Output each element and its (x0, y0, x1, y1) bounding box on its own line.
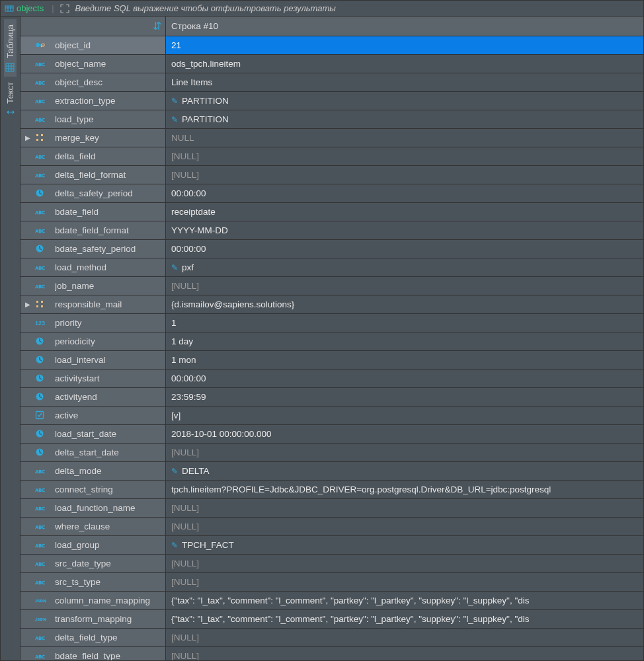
field-row-load_method[interactable]: ᴀʙᴄload_method✎pxf (20, 258, 643, 277)
field-row-extraction_type[interactable]: ᴀʙᴄextraction_type✎PARTITION (20, 92, 643, 110)
field-value-cell[interactable]: 1 mon (166, 351, 643, 369)
field-row-priority[interactable]: 123priority1 (20, 314, 643, 332)
field-value-cell[interactable]: [NULL] (166, 166, 643, 184)
field-row-object_name[interactable]: ᴀʙᴄobject_nameods_tpch.lineitem (20, 55, 643, 73)
field-value-cell[interactable]: [NULL] (166, 499, 643, 517)
field-value-cell[interactable]: receiptdate (166, 203, 643, 221)
field-name-cell[interactable]: activityend (20, 388, 166, 406)
field-row-load_function_name[interactable]: ᴀʙᴄload_function_name[NULL] (20, 499, 643, 518)
field-name-cell[interactable]: activitystart (20, 369, 166, 387)
field-name-cell[interactable]: ᴀʙᴄextraction_type (20, 92, 166, 110)
field-row-delta_start_date[interactable]: delta_start_date[NULL] (20, 444, 643, 462)
edit-link-icon[interactable]: ✎ (171, 263, 178, 272)
field-name-cell[interactable]: ᴀʙᴄload_type (20, 110, 166, 128)
field-name-cell[interactable]: periodicity (20, 332, 166, 350)
field-value-cell[interactable]: [NULL] (166, 147, 643, 165)
field-row-object_desc[interactable]: ᴀʙᴄobject_descLine Items (20, 73, 643, 92)
field-name-cell[interactable]: ᴀʙᴄdelta_mode (20, 462, 166, 480)
field-name-cell[interactable]: ▶responsible_mail (20, 295, 166, 313)
field-value-cell[interactable]: ✎PARTITION (166, 92, 643, 110)
field-row-src_ts_type[interactable]: ᴀʙᴄsrc_ts_type[NULL] (20, 573, 643, 592)
edit-link-icon[interactable]: ✎ (171, 467, 178, 476)
edit-link-icon[interactable]: ✎ (171, 115, 178, 124)
field-value-cell[interactable]: 23:59:59 (166, 388, 643, 406)
field-row-src_date_type[interactable]: ᴀʙᴄsrc_date_type[NULL] (20, 555, 643, 573)
field-value-cell[interactable]: NULL (166, 129, 643, 147)
field-value-cell[interactable]: [NULL] (166, 444, 643, 461)
field-row-bdate_field_format[interactable]: ᴀʙᴄbdate_field_formatYYYY-MM-DD (20, 221, 643, 240)
record-label[interactable]: Строка #10 (166, 17, 643, 36)
field-name-cell[interactable]: ᴀʙᴄbdate_field_type (20, 647, 166, 660)
field-name-cell[interactable]: ᴀʙᴄbdate_field_format (20, 221, 166, 239)
field-row-responsible_mail[interactable]: ▶responsible_mail{d.ismailov@sapiens.sol… (20, 295, 643, 314)
edit-link-icon[interactable]: ✎ (171, 97, 178, 106)
field-row-load_start_date[interactable]: load_start_date2018-10-01 00:00:00.000 (20, 425, 643, 444)
field-value-cell[interactable]: ✎pxf (166, 258, 643, 276)
field-name-cell[interactable]: ᴀʙᴄdelta_field_type (20, 629, 166, 646)
field-name-cell[interactable]: ᴊsᴏɴtransform_mapping (20, 610, 166, 628)
field-name-cell[interactable]: ᴀʙᴄdelta_field (20, 147, 166, 165)
field-value-cell[interactable]: 21 (166, 36, 643, 54)
field-value-cell[interactable]: ods_tpch.lineitem (166, 55, 643, 73)
field-name-cell[interactable]: ᴀʙᴄsrc_date_type (20, 555, 166, 572)
field-value-cell[interactable]: [NULL] (166, 647, 643, 660)
field-row-connect_string[interactable]: ᴀʙᴄconnect_stringtpch.lineitem?PROFILE=J… (20, 481, 643, 499)
field-value-cell[interactable]: ✎PARTITION (166, 110, 643, 128)
field-row-delta_mode[interactable]: ᴀʙᴄdelta_mode✎DELTA (20, 462, 643, 481)
field-value-cell[interactable]: [NULL] (166, 573, 643, 591)
field-name-cell[interactable]: active (20, 407, 166, 424)
field-row-bdate_field_type[interactable]: ᴀʙᴄbdate_field_type[NULL] (20, 647, 643, 660)
field-value-cell[interactable]: 2018-10-01 00:00:00.000 (166, 425, 643, 443)
field-value-cell[interactable]: 00:00:00 (166, 184, 643, 202)
field-row-activityend[interactable]: activityend23:59:59 (20, 388, 643, 407)
field-name-cell[interactable]: ᴀʙᴄobject_desc (20, 73, 166, 91)
field-name-cell[interactable]: ᴊsᴏɴcolumn_name_mapping (20, 592, 166, 609)
field-name-cell[interactable]: ᴀʙᴄload_function_name (20, 499, 166, 517)
field-value-cell[interactable]: {"tax": "l_tax", "comment": "l_comment",… (166, 592, 643, 609)
field-value-cell[interactable]: [NULL] (166, 277, 643, 295)
field-row-delta_field_type[interactable]: ᴀʙᴄdelta_field_type[NULL] (20, 629, 643, 647)
field-name-cell[interactable]: ᴀʙᴄdelta_field_format (20, 166, 166, 184)
field-name-cell[interactable]: ᴀʙᴄload_group (20, 536, 166, 554)
field-value-cell[interactable]: 00:00:00 (166, 369, 643, 387)
field-name-cell[interactable]: load_start_date (20, 425, 166, 443)
field-row-object_id[interactable]: object_id21 (20, 36, 643, 55)
edit-link-icon[interactable]: ✎ (171, 541, 178, 550)
field-name-cell[interactable]: ᴀʙᴄconnect_string (20, 481, 166, 498)
field-row-activitystart[interactable]: activitystart00:00:00 (20, 369, 643, 388)
field-name-cell[interactable]: ᴀʙᴄbdate_field (20, 203, 166, 221)
side-tab-text[interactable]: Текст (4, 77, 17, 122)
field-row-where_clause[interactable]: ᴀʙᴄwhere_clause[NULL] (20, 518, 643, 536)
expander-icon[interactable]: ▶ (24, 301, 31, 308)
field-value-cell[interactable]: [NULL] (166, 518, 643, 535)
field-value-cell[interactable]: 1 (166, 314, 643, 332)
field-row-delta_safety_period[interactable]: delta_safety_period00:00:00 (20, 184, 643, 203)
field-value-cell[interactable]: tpch.lineitem?PROFILE=Jdbc&JDBC_DRIVER=o… (166, 481, 643, 498)
expander-icon[interactable]: ▶ (24, 134, 31, 141)
field-row-load_interval[interactable]: load_interval1 mon (20, 351, 643, 369)
field-row-merge_key[interactable]: ▶merge_keyNULL (20, 129, 643, 147)
field-name-cell[interactable]: ᴀʙᴄwhere_clause (20, 518, 166, 535)
field-value-cell[interactable]: ✎DELTA (166, 462, 643, 480)
tab-objects[interactable]: objects (17, 3, 44, 13)
field-value-cell[interactable]: [NULL] (166, 629, 643, 646)
field-value-cell[interactable]: ✎TPCH_FACT (166, 536, 643, 554)
field-row-delta_field_format[interactable]: ᴀʙᴄdelta_field_format[NULL] (20, 166, 643, 184)
header-sort-cell[interactable]: ⇵ (20, 17, 166, 36)
field-row-load_group[interactable]: ᴀʙᴄload_group✎TPCH_FACT (20, 536, 643, 555)
filter-input[interactable]: Введите SQL выражение чтобы отфильтроват… (75, 3, 336, 13)
field-row-active[interactable]: active[v] (20, 407, 643, 425)
field-name-cell[interactable]: delta_start_date (20, 444, 166, 461)
field-row-periodicity[interactable]: periodicity1 day (20, 332, 643, 351)
field-value-cell[interactable]: 1 day (166, 332, 643, 350)
field-name-cell[interactable]: ᴀʙᴄobject_name (20, 55, 166, 73)
field-name-cell[interactable]: bdate_safety_period (20, 240, 166, 258)
field-row-bdate_field[interactable]: ᴀʙᴄbdate_fieldreceiptdate (20, 203, 643, 221)
field-row-delta_field[interactable]: ᴀʙᴄdelta_field[NULL] (20, 147, 643, 166)
field-row-load_type[interactable]: ᴀʙᴄload_type✎PARTITION (20, 110, 643, 129)
expand-icon[interactable] (60, 3, 70, 14)
field-value-cell[interactable]: 00:00:00 (166, 240, 643, 258)
field-name-cell[interactable]: ▶merge_key (20, 129, 166, 147)
field-name-cell[interactable]: object_id (20, 36, 166, 54)
field-row-bdate_safety_period[interactable]: bdate_safety_period00:00:00 (20, 240, 643, 258)
